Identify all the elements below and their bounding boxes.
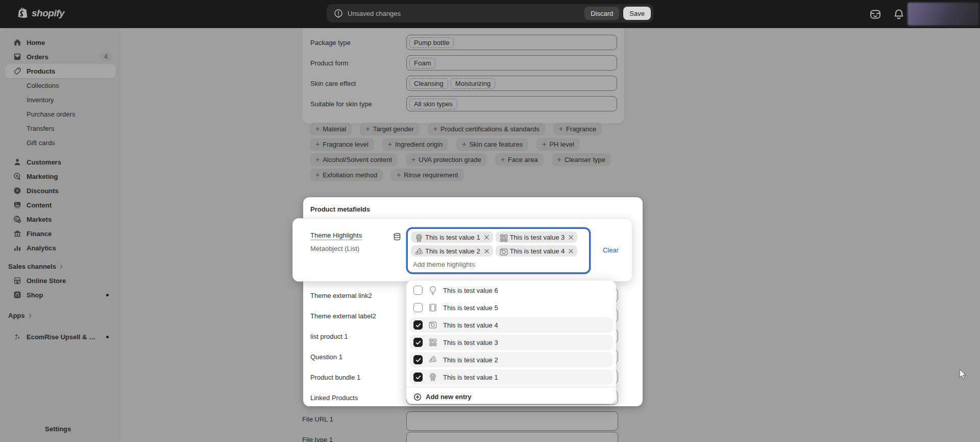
selected-value-tag: This is test value 3 bbox=[496, 231, 578, 243]
dropdown-option[interactable]: This is test value 3 bbox=[409, 335, 613, 350]
clear-button[interactable]: Clear bbox=[603, 246, 619, 254]
topbar: shopify Unsaved changes Discard Save bbox=[0, 0, 980, 28]
device-thumb-icon bbox=[428, 303, 438, 313]
dropdown-option[interactable]: This is test value 5 bbox=[409, 300, 613, 315]
theme-highlights-dropdown: This is test value 6 This is test value … bbox=[406, 281, 616, 404]
multiselect-placeholder: Add theme highlights bbox=[413, 261, 586, 268]
selected-value-tag: This is test value 1 bbox=[411, 231, 493, 243]
selected-value-tag: This is test value 2 bbox=[411, 245, 493, 257]
dropdown-option[interactable]: This is test value 2 bbox=[409, 352, 613, 367]
grid-thumb-icon bbox=[499, 233, 507, 241]
theme-highlights-card: Theme Highlights Metaobject (List) This … bbox=[292, 218, 632, 282]
bulb-thumb-icon bbox=[428, 285, 438, 295]
dropdown-option[interactable]: This is test value 1 bbox=[409, 369, 613, 385]
photo-thumb-icon bbox=[428, 320, 438, 330]
shopify-bag-icon bbox=[17, 7, 29, 19]
save-button[interactable]: Save bbox=[623, 7, 651, 20]
badge-thumb-icon bbox=[414, 233, 422, 241]
circle-plus-icon bbox=[413, 393, 422, 401]
dropdown-option[interactable]: This is test value 6 bbox=[409, 283, 613, 298]
grid-thumb-icon bbox=[428, 337, 438, 347]
mouse-cursor bbox=[959, 369, 969, 380]
database-icon bbox=[393, 232, 401, 241]
metafield-type: Metaobject (List) bbox=[310, 245, 359, 252]
shopify-logo-text: shopify bbox=[32, 8, 64, 19]
x-icon[interactable] bbox=[568, 248, 574, 254]
dots-thumb-icon bbox=[414, 247, 422, 255]
x-icon[interactable] bbox=[568, 234, 574, 241]
alert-circle-icon bbox=[334, 9, 343, 18]
selected-value-tag: This is test value 4 bbox=[496, 245, 578, 257]
theme-highlights-multiselect[interactable]: This is test value 1 This is test value … bbox=[407, 228, 590, 273]
check-icon[interactable] bbox=[413, 286, 423, 295]
store-account-blurred[interactable] bbox=[908, 3, 979, 26]
panel-title: Product metafields bbox=[310, 205, 370, 213]
check-icon[interactable] bbox=[413, 355, 423, 364]
x-icon[interactable] bbox=[483, 234, 490, 241]
x-icon[interactable] bbox=[483, 248, 490, 254]
metafield-definition-link[interactable]: Theme Highlights bbox=[310, 231, 362, 240]
badge-thumb-icon bbox=[428, 372, 438, 382]
add-new-entry-button[interactable]: Add new entry bbox=[406, 387, 616, 406]
sidekick-icon[interactable] bbox=[870, 9, 881, 20]
unsaved-changes-bar: Unsaved changes Discard Save bbox=[327, 4, 653, 22]
dropdown-option[interactable]: This is test value 4 bbox=[409, 317, 613, 333]
dots-thumb-icon bbox=[428, 355, 438, 365]
check-icon[interactable] bbox=[413, 338, 423, 347]
photo-thumb-icon bbox=[499, 247, 507, 255]
bell-icon[interactable] bbox=[893, 9, 904, 20]
unsaved-changes-status: Unsaved changes bbox=[348, 10, 401, 17]
check-icon[interactable] bbox=[413, 303, 423, 312]
check-icon[interactable] bbox=[413, 320, 423, 330]
check-icon[interactable] bbox=[413, 373, 423, 382]
discard-button[interactable]: Discard bbox=[584, 7, 619, 20]
shopify-logo[interactable]: shopify bbox=[17, 7, 64, 19]
